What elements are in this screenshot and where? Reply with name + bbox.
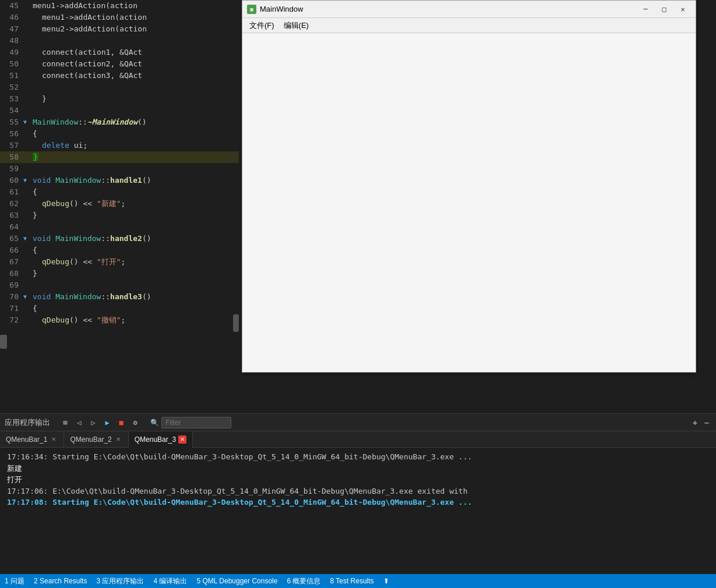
toolbar-icon-prev[interactable]: ◁ — [73, 417, 85, 428]
filter-search-icon: 🔍 — [150, 419, 159, 427]
code-line-54: 54 — [0, 105, 239, 116]
app-output-title: 应用程序输出 — [5, 417, 50, 428]
qt-app-icon: ▣ — [247, 5, 256, 14]
status-arrow[interactable]: ⬆ — [383, 577, 389, 585]
app-output-header: 应用程序输出 ⊞ ◁ ▷ ▶ ■ ⚙ 🔍 + − — [0, 414, 716, 431]
output-content: 17:16:34: Starting E:\Code\Qt\build-QMen… — [0, 448, 716, 587]
output-line-open: 打开 — [7, 474, 709, 486]
status-qml-debugger[interactable]: 5 QML Debugger Console — [196, 577, 277, 585]
tab-1-close[interactable]: ✕ — [50, 435, 58, 444]
qt-close-button[interactable]: ✕ — [675, 3, 691, 15]
code-line-63: 63 } — [0, 210, 239, 221]
status-app-output[interactable]: 3 应用程序输出 — [96, 576, 144, 586]
code-line-51: 51 connect(action3, &QAct — [0, 70, 239, 82]
code-line-58: 58 } — [0, 151, 239, 163]
status-test-results[interactable]: 8 Test Results — [330, 577, 373, 585]
toolbar-icon-grid[interactable]: ⊞ — [59, 417, 71, 428]
code-line-48: 48 — [0, 35, 239, 47]
code-line-68: 68 } — [0, 268, 239, 279]
code-line-45: 45 menu1->addAction(action — [0, 0, 239, 12]
code-line-50: 50 connect(action2, &QAct — [0, 58, 239, 70]
status-problems[interactable]: 1 问题 — [5, 576, 24, 586]
plus-minus-buttons: + − — [690, 418, 711, 427]
qt-titlebar: ▣ MainWindow ─ □ ✕ — [242, 1, 696, 18]
tab-2-close[interactable]: ✕ — [114, 435, 122, 444]
code-line-47: 47 menu2->addAction(action — [0, 23, 239, 35]
output-line-2: 17:17:06: E:\Code\Qt\build-QMenuBar_3-De… — [7, 486, 709, 497]
code-line-49: 49 connect(action1, &QAct — [0, 47, 239, 58]
code-line-65: 65 ▼ void MainWindow::handle2() — [0, 233, 239, 245]
code-line-69: 69 — [0, 279, 239, 291]
toolbar-icon-settings[interactable]: ⚙ — [129, 417, 141, 428]
code-line-72: 72 qDebug() << "撤销"; — [0, 314, 239, 326]
code-line-60: 60 ▼ void MainWindow::handle1() — [0, 175, 239, 186]
tab-3-close[interactable]: ✕ — [178, 435, 186, 444]
qt-menu-file[interactable]: 文件(F) — [245, 19, 279, 32]
status-bar: 1 问题 2 Search Results 3 应用程序输出 4 编译输出 5 … — [0, 574, 716, 588]
minus-button[interactable]: − — [702, 418, 711, 427]
code-line-56: 56 { — [0, 128, 239, 140]
qt-window-title: MainWindow — [260, 5, 637, 13]
qt-preview-window: ▣ MainWindow ─ □ ✕ 文件(F) 编辑(E) — [242, 0, 696, 373]
plus-button[interactable]: + — [690, 418, 700, 427]
tab-qmenubar-1[interactable]: QMenuBar_1 ✕ — [0, 431, 64, 448]
qt-menubar: 文件(F) 编辑(E) — [242, 18, 696, 33]
filter-area: 🔍 — [150, 417, 231, 428]
toolbar-icon-run[interactable]: ▶ — [101, 417, 113, 428]
qt-menu-edit[interactable]: 编辑(E) — [279, 19, 313, 32]
toolbar-icon-stop[interactable]: ■ — [115, 417, 127, 428]
scroll-left-indicator[interactable] — [0, 335, 7, 349]
qt-titlebar-buttons: ─ □ ✕ — [637, 3, 691, 15]
status-overview[interactable]: 6 概要信息 — [287, 576, 320, 586]
code-line-55: 55 ▼ MainWindow::~MainWindow() — [0, 116, 239, 128]
filter-input[interactable] — [161, 417, 231, 428]
output-line-new: 新建 — [7, 463, 709, 474]
code-line-64: 64 — [0, 221, 239, 233]
code-line-57: 57 delete ui; — [0, 140, 239, 151]
code-line-71: 71 { — [0, 303, 239, 314]
status-compile-output[interactable]: 4 编译输出 — [153, 576, 187, 586]
qt-minimize-button[interactable]: ─ — [637, 3, 654, 15]
tabs-bar: QMenuBar_1 ✕ QMenuBar_2 ✕ QMenuBar_3 ✕ — [0, 431, 716, 448]
scrollbar-thumb[interactable] — [233, 314, 239, 332]
output-line-1: 17:16:34: Starting E:\Code\Qt\build-QMen… — [7, 451, 709, 463]
output-line-3: 17:17:08: Starting E:\Code\Qt\build-QMen… — [7, 497, 709, 508]
qt-window-content — [242, 33, 696, 372]
code-line-52: 52 — [0, 82, 239, 93]
bottom-panel: 应用程序输出 ⊞ ◁ ▷ ▶ ■ ⚙ 🔍 + − QMenuBar_1 ✕ QM… — [0, 413, 716, 588]
toolbar-icons: ⊞ ◁ ▷ ▶ ■ ⚙ — [59, 417, 141, 428]
status-search-results[interactable]: 2 Search Results — [34, 577, 87, 585]
code-line-66: 66 { — [0, 245, 239, 256]
code-line-61: 61 { — [0, 186, 239, 198]
code-editor: 45 menu1->addAction(action 46 menu1->add… — [0, 0, 239, 413]
code-line-70: 70 ▼ void MainWindow::handle3() — [0, 291, 239, 303]
toolbar-icon-next[interactable]: ▷ — [87, 417, 99, 428]
code-line-59: 59 — [0, 163, 239, 175]
tab-qmenubar-2[interactable]: QMenuBar_2 ✕ — [64, 431, 128, 448]
code-line-67: 67 qDebug() << "打开"; — [0, 256, 239, 268]
code-lines: 45 menu1->addAction(action 46 menu1->add… — [0, 0, 239, 413]
code-line-53: 53 } — [0, 93, 239, 105]
tab-qmenubar-3[interactable]: QMenuBar_3 ✕ — [129, 431, 193, 448]
code-line-62: 62 qDebug() << "新建"; — [0, 198, 239, 210]
code-line-46: 46 menu1->addAction(action — [0, 12, 239, 23]
qt-maximize-button[interactable]: □ — [656, 3, 672, 15]
